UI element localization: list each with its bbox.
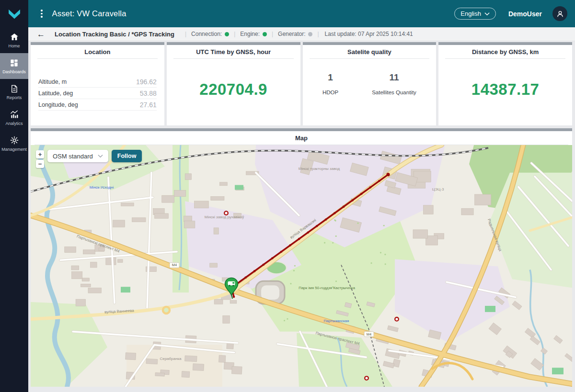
map-zoom-controls: + −: [36, 150, 44, 168]
zoom-in-button[interactable]: +: [36, 150, 44, 158]
svg-text:ЦЭЦ-3: ЦЭЦ-3: [432, 187, 444, 191]
sidebar-item-label: Management: [1, 147, 27, 152]
svg-text:М4: М4: [367, 332, 371, 336]
status-connection: Connection:: [191, 31, 229, 37]
page-title: Asset: VW Caravella: [52, 9, 126, 18]
widgets-row: Location Altitude, m 196.62 Latitude, de…: [31, 42, 572, 125]
map-canvas[interactable]: Партызанскі праспект М4Партызанскі прасп…: [31, 145, 572, 387]
username: DemoUser: [508, 10, 542, 18]
svg-text:Мінскі завод рухавікоў: Мінскі завод рухавікоў: [205, 215, 244, 219]
distance-value: 14387.17: [438, 59, 572, 125]
sidebar: Home Dashboards Reports: [0, 0, 28, 392]
map-controls: + − OSM standard Follow: [36, 150, 142, 168]
chevron-down-icon: [484, 12, 490, 16]
widget-title: Location: [31, 45, 164, 58]
sidebar-nav: Home Dashboards Reports: [0, 27, 28, 157]
analytics-chart-icon: [10, 110, 19, 119]
user-avatar[interactable]: [552, 6, 567, 21]
svg-text:Парк імя 50-годдзя Кастрычніка: Парк імя 50-годдзя Кастрычніка: [299, 286, 355, 290]
status-engine: Engine:: [240, 31, 267, 37]
report-document-icon: [10, 84, 19, 93]
sidebar-item-reports[interactable]: Reports: [0, 79, 28, 105]
sidebar-item-home[interactable]: Home: [0, 27, 28, 53]
top-bar: Asset: VW Caravella English DemoUser: [28, 0, 575, 27]
engine-status-dot: [263, 32, 267, 36]
widget-location: Location Altitude, m 196.62 Latitude, de…: [31, 42, 164, 125]
person-icon: [556, 10, 564, 18]
sidebar-item-label: Home: [8, 44, 20, 48]
svg-text:М4: М4: [172, 263, 177, 268]
table-row: Latitude, deg 53.88: [38, 88, 157, 99]
svg-text:Мінск-Усходні: Мінск-Усходні: [90, 185, 114, 190]
table-row: Longitude, deg 27.61: [38, 99, 157, 111]
location-table: Altitude, m 196.62 Latitude, deg 53.88 L…: [38, 76, 157, 111]
stat-hdop: 1 HDOP: [322, 72, 338, 95]
gear-icon: [10, 135, 19, 145]
app-logo[interactable]: [0, 0, 28, 27]
widget-satellite-quality: Satelite quality 1 HDOP 11 Satellites Qu…: [303, 42, 437, 125]
map-layer-selector[interactable]: OSM standard: [47, 150, 108, 162]
widget-distance: Distance by GNSS, km 14387.17: [438, 42, 572, 125]
stat-satellites: 11 Satellites Quantity: [372, 72, 416, 95]
logo-chevron-icon: [6, 7, 23, 21]
widget-title: Map: [31, 131, 572, 145]
last-update: Last update: 07 Apr 2025 10:14:41: [325, 31, 413, 37]
sidebar-item-label: Reports: [7, 95, 22, 100]
connection-status-dot: [225, 32, 229, 36]
back-arrow-button[interactable]: ←: [37, 30, 45, 38]
breadcrumb: Location Tracking Basic / *GPS Tracking: [55, 31, 174, 38]
language-label: English: [460, 10, 481, 17]
follow-button[interactable]: Follow: [112, 150, 142, 162]
table-row: Altitude, m 196.62: [38, 76, 157, 88]
home-icon: [10, 32, 19, 42]
svg-text:Партызанская: Партызанская: [324, 319, 349, 323]
widget-map: Map: [31, 128, 572, 387]
map-layer-label: OSM standard: [53, 153, 93, 160]
language-selector[interactable]: English: [454, 8, 496, 20]
widget-title: Satelite quality: [303, 45, 437, 58]
sidebar-item-label: Dashboards: [2, 69, 26, 74]
sidebar-item-label: Analytics: [5, 121, 23, 126]
dashboard-content: Location Altitude, m 196.62 Latitude, de…: [28, 41, 575, 392]
utc-time-value: 220704.9: [167, 59, 300, 125]
satellite-stats: 1 HDOP 11 Satellites Quantity: [303, 59, 437, 125]
svg-text:Серабранка: Серабранка: [160, 357, 182, 361]
dashboards-icon: [10, 58, 19, 67]
status-generator: Generator:: [278, 31, 312, 37]
sidebar-item-management[interactable]: Management: [0, 131, 28, 157]
sidebar-item-dashboards[interactable]: Dashboards: [0, 53, 28, 79]
breadcrumb-bar: ← Location Tracking Basic / *GPS Trackin…: [28, 27, 575, 41]
widget-title: UTC Time by GNSS, hour: [167, 45, 300, 58]
chevron-down-icon: [98, 154, 103, 158]
zoom-out-button[interactable]: −: [36, 160, 44, 168]
sidebar-item-analytics[interactable]: Analytics: [0, 105, 28, 131]
widget-title: Distance by GNSS, km: [438, 45, 572, 58]
svg-text:Мінскі тракторны завод: Мінскі тракторны завод: [299, 167, 340, 171]
generator-status-dot: [308, 32, 312, 36]
widget-utc-time: UTC Time by GNSS, hour 220704.9: [167, 42, 300, 125]
map-area[interactable]: Партызанскі праспект М4Партызанскі прасп…: [31, 145, 572, 387]
menu-kebab-icon[interactable]: [39, 7, 45, 20]
